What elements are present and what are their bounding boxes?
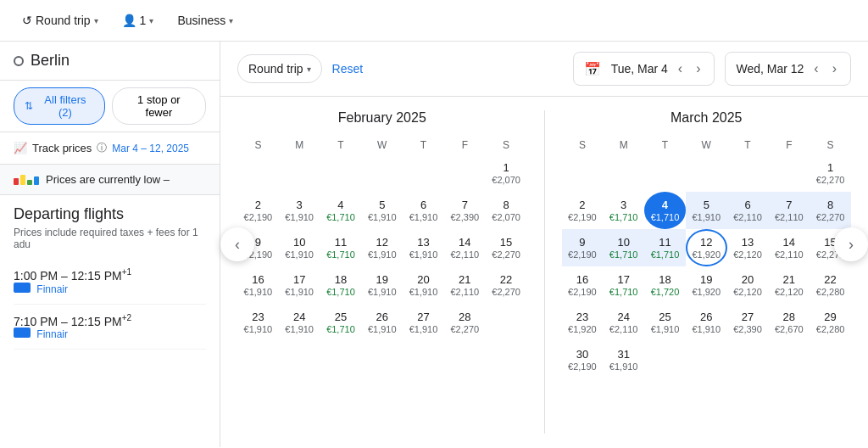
calendar-day[interactable]: 24€2,110	[603, 304, 644, 341]
day-price: €2,270	[492, 249, 520, 260]
calendar-day[interactable]: 23€1,910	[237, 304, 279, 341]
calendar-day[interactable]: 31€1,910	[603, 341, 644, 378]
calendar-day[interactable]: 14€2,110	[768, 229, 810, 266]
calendar-day[interactable]: 4€1,710	[644, 192, 686, 229]
day-price: €2,390	[733, 324, 762, 334]
day-price: €1,910	[285, 324, 314, 334]
calendar-day[interactable]: 25€1,910	[644, 304, 686, 341]
calendar-day[interactable]: 7€2,110	[768, 192, 810, 229]
calendar-day[interactable]: 7€2,390	[444, 192, 486, 229]
calendar-day[interactable]: 21€2,110	[444, 266, 486, 304]
cabin-button[interactable]: Business ▾	[169, 8, 242, 32]
search-bar: Berlin	[0, 42, 220, 81]
calendar-day[interactable]: 3€1,710	[603, 192, 644, 229]
day-number: 16	[252, 273, 264, 287]
calendar-day[interactable]: 2€2,190	[237, 192, 279, 229]
calendar-day[interactable]: 22€2,280	[810, 266, 851, 304]
calendar-day[interactable]: 28€2,270	[444, 304, 486, 341]
trip-type-button[interactable]: ↺ Round trip ▾	[14, 8, 107, 32]
day-number: 25	[659, 311, 670, 324]
calendar-day[interactable]: 2€2,190	[562, 192, 604, 229]
calendar-day[interactable]: 21€2,120	[768, 266, 810, 304]
empty-cell	[279, 154, 320, 192]
day-number: 18	[659, 273, 670, 287]
track-prices[interactable]: 📈 Track prices ⓘ Mar 4 – 12, 2025	[0, 132, 220, 165]
return-next-button[interactable]: ›	[829, 59, 840, 78]
calendar-next-arrow[interactable]: ›	[834, 227, 868, 261]
calendar-day[interactable]: 24€1,910	[279, 304, 320, 341]
calendar-day[interactable]: 6€1,910	[403, 192, 444, 229]
day-price: €2,120	[733, 287, 762, 297]
day-header: T	[403, 136, 444, 154]
empty-cell	[644, 154, 686, 192]
calendar-day[interactable]: 16€2,190	[562, 266, 604, 304]
calendar-day[interactable]: 18€1,710	[320, 266, 362, 304]
calendar-day[interactable]: 8€2,270	[810, 192, 851, 229]
day-price: €2,070	[492, 175, 520, 185]
calendar-day[interactable]: 11€1,710	[644, 229, 686, 266]
calendar-day[interactable]: 26€1,910	[686, 304, 727, 341]
calendar-day[interactable]: 28€2,670	[768, 304, 810, 341]
calendar-day[interactable]: 27€2,390	[727, 304, 769, 341]
calendar-day[interactable]: 17€1,910	[279, 266, 320, 304]
calendar-day[interactable]: 27€1,910	[403, 304, 444, 341]
calendar-day[interactable]: 9€2,190	[562, 229, 604, 266]
calendar-day[interactable]: 17€1,710	[603, 266, 644, 304]
day-price: €1,910	[692, 324, 721, 334]
day-price: €1,710	[609, 287, 638, 297]
calendar-day[interactable]: 29€2,280	[810, 304, 851, 341]
calendar-day[interactable]: 6€2,110	[727, 192, 769, 229]
calendar-day[interactable]: 5€1,910	[686, 192, 727, 229]
return-prev-button[interactable]: ‹	[810, 59, 821, 78]
calendar-day[interactable]: 22€2,270	[486, 266, 527, 304]
calendar-day[interactable]: 10€1,910	[279, 229, 320, 266]
day-number: 20	[417, 273, 429, 287]
day-price: €2,280	[816, 324, 845, 334]
calendar-day[interactable]: 20€2,120	[727, 266, 769, 304]
calendar-day[interactable]: 11€1,710	[320, 229, 362, 266]
flight-item-2[interactable]: 7:10 PM – 12:15 PM+2 Finnair	[14, 305, 206, 350]
day-price: €2,190	[244, 212, 273, 222]
calendar-day[interactable]: 1€2,070	[486, 154, 527, 192]
calendar-day[interactable]: 20€1,910	[403, 266, 444, 304]
round-trip-select[interactable]: Round trip ▾	[237, 54, 322, 83]
calendar-day[interactable]: 13€1,910	[403, 229, 444, 266]
stops-filter-button[interactable]: 1 stop or fewer	[112, 87, 206, 125]
day-number: 12	[376, 236, 388, 249]
calendar-day[interactable]: 10€1,710	[603, 229, 644, 266]
calendar-day[interactable]: 13€2,120	[727, 229, 769, 266]
calendar-day[interactable]: 4€1,710	[320, 192, 362, 229]
day-price: €2,110	[733, 212, 762, 222]
empty-cell	[562, 154, 604, 192]
calendar-day[interactable]: 1€2,270	[810, 154, 851, 192]
calendar-prev-arrow[interactable]: ‹	[220, 227, 254, 261]
day-header: M	[279, 136, 320, 154]
calendar-day[interactable]: 14€2,110	[444, 229, 486, 266]
calendar-day[interactable]: 19€1,910	[361, 266, 403, 304]
day-price: €1,910	[409, 287, 438, 297]
calendar-day[interactable]: 3€1,910	[279, 192, 320, 229]
depart-next-button[interactable]: ›	[693, 59, 704, 78]
depart-prev-button[interactable]: ‹	[675, 59, 686, 78]
calendar-day[interactable]: 8€2,070	[486, 192, 527, 229]
day-number: 23	[252, 311, 264, 324]
flight-item-1[interactable]: 1:00 PM – 12:15 PM+1 Finnair	[14, 259, 206, 305]
calendar-day[interactable]: 26€1,910	[361, 304, 403, 341]
day-number: 3	[297, 199, 303, 212]
passengers-button[interactable]: 👤 1 ▾	[114, 8, 163, 32]
calendar-day[interactable]: 19€1,920	[686, 266, 727, 304]
calendar-day[interactable]: 23€1,920	[562, 304, 604, 341]
calendar-day[interactable]: 16€1,910	[237, 266, 279, 304]
calendar-day[interactable]: 18€1,720	[644, 266, 686, 304]
calendar-day[interactable]: 30€2,190	[562, 341, 604, 378]
all-filters-button[interactable]: ⇅ All filters (2)	[14, 87, 105, 125]
calendar-day[interactable]: 15€2,270	[486, 229, 527, 266]
calendar-day[interactable]: 5€1,910	[361, 192, 403, 229]
day-number: 23	[576, 311, 588, 324]
cabin-label: Business	[177, 14, 225, 27]
day-number: 9	[255, 236, 261, 249]
calendar-day[interactable]: 12€1,910	[361, 229, 403, 266]
reset-button[interactable]: Reset	[332, 62, 364, 76]
calendar-day[interactable]: 25€1,710	[320, 304, 362, 341]
calendar-day[interactable]: 12€1,920	[686, 229, 727, 266]
